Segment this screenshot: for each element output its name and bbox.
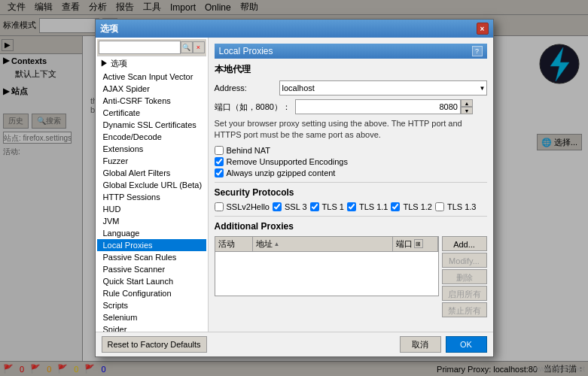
dialog-tree-item-http-sessions[interactable]: HTTP Sessions	[97, 191, 206, 203]
ssl3-checkbox[interactable]	[273, 202, 282, 211]
behind-nat-label: Behind NAT	[227, 146, 271, 155]
root-arrow-icon: ▶	[100, 59, 111, 68]
dialog-tree-item-local-proxies[interactable]: Local Proxies	[97, 239, 206, 251]
dialog-tree-item-spider[interactable]: Spider	[97, 323, 206, 332]
address-select-wrapper	[279, 80, 487, 96]
unzip-checkbox-row: Always unzip gzipped content	[215, 168, 487, 177]
dialog-tree-item-global-alert-filters[interactable]: Global Alert Filters	[97, 167, 206, 179]
remove-encodings-checkbox-row: Remove Unsupported Encodings	[215, 157, 487, 166]
col-active: 活动	[215, 237, 253, 251]
dialog-tree-item-active-scan-input-vector[interactable]: Active Scan Input Vector	[97, 71, 206, 83]
address-row: Address:	[215, 80, 487, 96]
dialog-right-content: Local Proxies ? 本地代理 Address: 端口（	[209, 38, 493, 332]
panel-header: Local Proxies ?	[215, 44, 487, 59]
port-increment-btn[interactable]: ▲	[461, 99, 473, 107]
port-row: 端口（如，8080）： ▲ ▼	[215, 99, 487, 114]
dialog-tree-item-encode/decode[interactable]: Encode/Decode	[97, 131, 206, 143]
proxy-table-container: 活动 地址 ▲ 端口 ⊞	[215, 236, 439, 296]
dialog-tree-item-jvm[interactable]: JVM	[97, 215, 206, 227]
modify-proxy-button[interactable]: Modify...	[442, 253, 487, 268]
cancel-button[interactable]: 取消	[400, 336, 441, 353]
dialog-tree-item-dynamic-ssl-certificates[interactable]: Dynamic SSL Certificates	[97, 119, 206, 131]
ok-button[interactable]: OK	[446, 336, 487, 353]
dialog-tree-root[interactable]: ▶ 选项	[97, 56, 206, 71]
search-icon[interactable]: 🔍	[181, 41, 193, 53]
dialog-tree-item-extensions[interactable]: Extensions	[97, 143, 206, 155]
sslv2hello-label: SSLv2Hello	[227, 202, 270, 211]
sslv2hello-checkbox[interactable]	[215, 202, 224, 211]
proxy-side-buttons: Add... Modify... 删除 启用所有 禁止所有	[442, 236, 487, 317]
ssl3-row: SSL 3	[273, 202, 307, 211]
col-address: 地址 ▲	[253, 237, 393, 251]
port-decrement-btn[interactable]: ▼	[461, 107, 473, 114]
col-port: 端口 ⊞	[393, 237, 438, 251]
tls11-label: TLS 1.1	[359, 202, 388, 211]
remove-encodings-checkbox[interactable]	[215, 157, 224, 166]
port-input[interactable]	[295, 99, 461, 114]
dialog-tree-item-anti-csrf-tokens[interactable]: Anti-CSRF Tokens	[97, 95, 206, 107]
dialog-tree-item-hud[interactable]: HUD	[97, 203, 206, 215]
additional-proxies-section: 活动 地址 ▲ 端口 ⊞	[215, 236, 487, 317]
reset-button[interactable]: Reset to Factory Defaults	[102, 336, 207, 353]
unzip-label: Always unzip gzipped content	[227, 168, 336, 177]
port-sort-icon[interactable]: ⊞	[414, 239, 423, 248]
dialog-close-button[interactable]: ×	[477, 23, 489, 35]
remove-encodings-label: Remove Unsupported Encodings	[227, 157, 348, 166]
port-spinner-buttons: ▲ ▼	[461, 99, 473, 114]
dialog-tree-item-selenium[interactable]: Selenium	[97, 311, 206, 323]
dialog-title: 选项	[100, 23, 118, 35]
add-proxy-button[interactable]: Add...	[442, 236, 487, 251]
dialog-tree-item-fuzzer[interactable]: Fuzzer	[97, 155, 206, 167]
tls11-row: TLS 1.1	[347, 202, 388, 211]
dialog-tree-item-passive-scanner[interactable]: Passive Scanner	[97, 263, 206, 275]
address-label: Address:	[215, 83, 275, 92]
dialog-tree-item-language[interactable]: Language	[97, 227, 206, 239]
proxy-table-header: 活动 地址 ▲ 端口 ⊞	[215, 236, 439, 251]
local-proxy-section-title: 本地代理	[215, 63, 487, 76]
dialog-title-bar: 选项 ×	[96, 20, 493, 38]
dialog-tree-item-quick-start-launch[interactable]: Quick Start Launch	[97, 275, 206, 287]
dialog-tree-item-global-exclude-url-(beta)[interactable]: Global Exclude URL (Beta)	[97, 179, 206, 191]
behind-nat-checkbox-row: Behind NAT	[215, 146, 487, 155]
tls13-row: TLS 1.3	[435, 202, 477, 211]
tls1-row: TLS 1	[310, 202, 344, 211]
behind-nat-checkbox[interactable]	[215, 146, 224, 155]
tls12-label: TLS 1.2	[403, 202, 432, 211]
security-protocols-row: SSLv2Hello SSL 3 TLS 1 TLS 1.1	[215, 202, 487, 211]
security-protocols-title: Security Protocols	[215, 187, 487, 198]
tls12-checkbox[interactable]	[391, 202, 400, 211]
footer-action-buttons: 取消 OK	[400, 336, 487, 353]
tls13-checkbox[interactable]	[435, 202, 444, 211]
app-window: 文件 编辑 查看 分析 报告 工具 Import Online 帮助 标准模式 …	[0, 0, 588, 376]
proxy-hint-text: Set your browser proxy setting using the…	[215, 118, 487, 141]
port-spinner: ▲ ▼	[295, 99, 476, 114]
dialog-tree-item-scripts[interactable]: Scripts	[97, 299, 206, 311]
panel-title: Local Proxies	[219, 46, 273, 56]
panel-help-icon[interactable]: ?	[472, 46, 483, 56]
modal-overlay: 选项 × 🔍 × ▶ 选项	[0, 0, 588, 376]
divider-1	[215, 182, 487, 183]
dialog-tree-items-container: Active Scan Input VectorAJAX SpiderAnti-…	[97, 71, 206, 332]
options-dialog: 选项 × 🔍 × ▶ 选项	[95, 19, 494, 357]
tls1-checkbox[interactable]	[310, 202, 319, 211]
sslv2hello-row: SSLv2Hello	[215, 202, 270, 211]
ssl3-label: SSL 3	[285, 202, 307, 211]
tls11-checkbox[interactable]	[347, 202, 356, 211]
additional-proxies-title: Additional Proxies	[215, 221, 487, 232]
tls13-label: TLS 1.3	[447, 202, 477, 211]
dialog-tree-item-rule-configuration[interactable]: Rule Configuration	[97, 287, 206, 299]
dialog-search-bar: 🔍 ×	[97, 39, 206, 56]
address-input[interactable]	[279, 80, 487, 96]
delete-proxy-button[interactable]: 删除	[442, 269, 487, 284]
dialog-tree-item-passive-scan-rules[interactable]: Passive Scan Rules	[97, 251, 206, 263]
dialog-search-input[interactable]	[99, 41, 181, 54]
unzip-checkbox[interactable]	[215, 168, 224, 177]
address-sort-icon: ▲	[274, 241, 280, 247]
enable-all-button[interactable]: 启用所有	[442, 286, 487, 301]
tls12-row: TLS 1.2	[391, 202, 432, 211]
dialog-tree-item-ajax-spider[interactable]: AJAX Spider	[97, 83, 206, 95]
disable-all-button[interactable]: 禁止所有	[442, 302, 487, 317]
dialog-footer: Reset to Factory Defaults 取消 OK	[96, 332, 493, 356]
clear-search-icon[interactable]: ×	[193, 41, 205, 53]
dialog-tree-item-certificate[interactable]: Certificate	[97, 107, 206, 119]
